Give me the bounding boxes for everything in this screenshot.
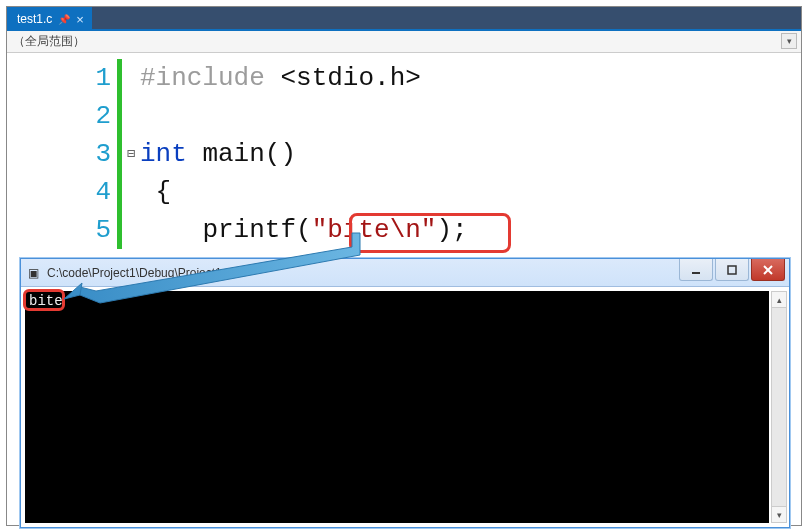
console-window: ▣ C:\code\Project1\Debug\Project1.exe bi… xyxy=(20,258,790,528)
console-titlebar[interactable]: ▣ C:\code\Project1\Debug\Project1.exe xyxy=(21,259,789,287)
pin-icon[interactable]: 📌 xyxy=(58,14,70,25)
file-tab-label: test1.c xyxy=(17,12,52,26)
console-title: C:\code\Project1\Debug\Project1.exe xyxy=(47,266,244,280)
line-number: 3 xyxy=(7,135,117,173)
change-indicator xyxy=(117,173,122,211)
chevron-down-icon[interactable]: ▾ xyxy=(781,33,797,49)
fold-toggle[interactable]: ⊟ xyxy=(122,135,140,173)
line-number: 4 xyxy=(7,173,117,211)
line-number: 2 xyxy=(7,97,117,135)
close-tab-icon[interactable]: × xyxy=(76,13,84,26)
scroll-up-icon[interactable]: ▴ xyxy=(772,292,786,308)
line-number: 5 xyxy=(7,211,117,249)
change-indicator xyxy=(117,59,122,97)
maximize-button[interactable] xyxy=(715,259,749,281)
minimize-icon xyxy=(690,264,702,276)
console-body: bite ▴ ▾ xyxy=(21,287,789,527)
code-line[interactable]: 1#include <stdio.h> xyxy=(7,59,801,97)
scope-dropdown[interactable]: （全局范围） ▾ xyxy=(7,31,801,53)
change-indicator xyxy=(117,97,122,135)
console-output-area[interactable]: bite xyxy=(25,291,769,523)
file-tab[interactable]: test1.c 📌 × xyxy=(7,7,92,29)
code-text: #include <stdio.h> xyxy=(140,59,801,97)
code-text: printf("bite\n"); xyxy=(140,211,801,249)
minimize-button[interactable] xyxy=(679,259,713,281)
close-icon xyxy=(762,264,774,276)
change-indicator xyxy=(117,211,122,249)
svg-rect-1 xyxy=(728,266,736,274)
scroll-down-icon[interactable]: ▾ xyxy=(772,506,786,522)
code-line[interactable]: 2 xyxy=(7,97,801,135)
code-line[interactable]: 3⊟int main() xyxy=(7,135,801,173)
code-line[interactable]: 5 printf("bite\n"); xyxy=(7,211,801,249)
close-button[interactable] xyxy=(751,259,785,281)
console-scrollbar[interactable]: ▴ ▾ xyxy=(771,291,787,523)
code-line[interactable]: 4 { xyxy=(7,173,801,211)
code-text: { xyxy=(140,173,801,211)
scope-label: （全局范围） xyxy=(13,33,85,50)
window-buttons xyxy=(677,259,785,281)
code-text: int main() xyxy=(140,135,801,173)
console-output-text: bite xyxy=(29,293,63,309)
maximize-icon xyxy=(726,264,738,276)
line-number: 1 xyxy=(7,59,117,97)
app-icon: ▣ xyxy=(25,265,41,281)
tab-bar: test1.c 📌 × xyxy=(7,7,801,31)
